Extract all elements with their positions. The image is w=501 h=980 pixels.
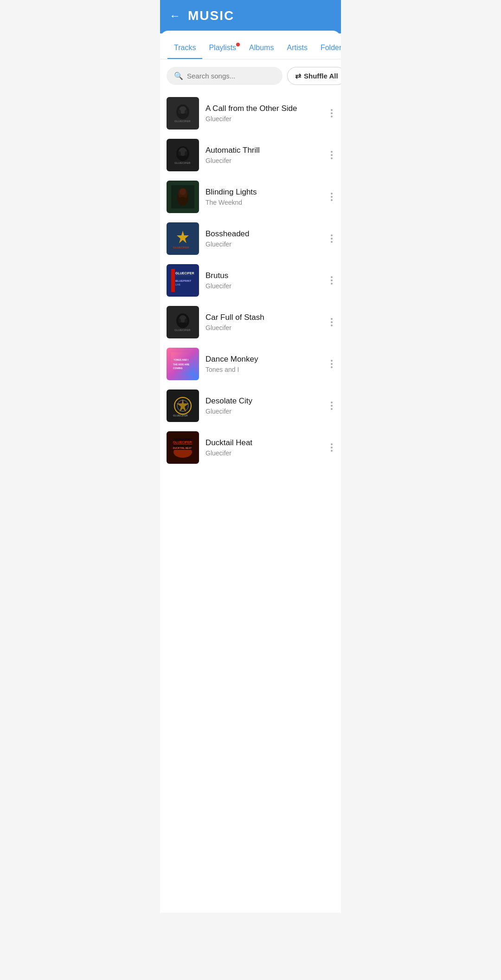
track-more-button[interactable] — [329, 273, 334, 288]
app-title: MUSIC — [188, 8, 234, 23]
track-more-button[interactable] — [329, 147, 334, 163]
svg-text:GLUECIFER: GLUECIFER — [174, 120, 191, 123]
track-more-button[interactable] — [329, 105, 334, 121]
tab-albums[interactable]: Albums — [243, 39, 280, 59]
svg-rect-21 — [171, 269, 175, 292]
track-info: Blinding Lights The Weeknd — [206, 188, 322, 206]
track-title: Desolate City — [206, 396, 322, 406]
track-title: Car Full of Stash — [206, 313, 322, 322]
svg-rect-23 — [175, 275, 193, 276]
main-content: Tracks Playlists Albums Artists Folders … — [160, 31, 341, 913]
track-list: GLUECIFER A Call from the Other Side Glu… — [160, 92, 341, 468]
track-title: A Call from the Other Side — [206, 104, 322, 113]
album-art: GLUECIFER — [167, 97, 199, 130]
shuffle-all-button[interactable]: ⇄ Shuffle All — [287, 67, 341, 85]
track-artist: Gluecifer — [206, 240, 322, 248]
svg-text:GLUECIFER: GLUECIFER — [173, 441, 192, 444]
search-icon: 🔍 — [174, 71, 183, 80]
track-artist: The Weeknd — [206, 199, 322, 206]
track-info: A Call from the Other Side Gluecifer — [206, 104, 322, 123]
track-artist: Gluecifer — [206, 282, 322, 290]
album-art: GLUECIFER DUCKTAIL HEAT — [167, 431, 199, 464]
track-artist: Gluecifer — [206, 449, 322, 457]
track-artist: Gluecifer — [206, 115, 322, 123]
track-more-button[interactable] — [329, 440, 334, 455]
svg-text:COMING: COMING — [173, 367, 183, 370]
track-more-button[interactable] — [329, 398, 334, 414]
svg-text:GLUECIFER: GLUECIFER — [174, 329, 191, 331]
tab-bar: Tracks Playlists Albums Artists Folders — [160, 31, 341, 59]
tab-playlists[interactable]: Playlists — [202, 39, 243, 59]
list-item[interactable]: GLUECIFER DUCKTAIL HEAT Ducktail Heat Gl… — [160, 427, 341, 468]
shuffle-icon: ⇄ — [295, 71, 301, 80]
list-item[interactable]: GLUECIFER Bossheaded Gluecifer — [160, 218, 341, 260]
svg-text:GLUECIFER: GLUECIFER — [174, 162, 191, 164]
list-item[interactable]: Blinding Lights The Weeknd — [160, 176, 341, 218]
svg-text:GLUECIFER: GLUECIFER — [173, 246, 189, 249]
track-artist: Gluecifer — [206, 408, 322, 415]
notification-dot — [236, 43, 240, 46]
track-info: Bossheaded Gluecifer — [206, 229, 322, 248]
track-info: Dance Monkey Tones and I — [206, 355, 322, 373]
svg-point-4 — [185, 110, 187, 114]
track-info: Ducktail Heat Gluecifer — [206, 438, 322, 457]
svg-text:TONES AND I: TONES AND I — [173, 358, 189, 361]
tab-tracks[interactable]: Tracks — [167, 39, 202, 59]
back-button[interactable]: ← — [169, 9, 180, 22]
list-item[interactable]: GLUECIFER Car Full of Stash Gluecifer — [160, 301, 341, 343]
track-info: Brutus Gluecifer — [206, 271, 322, 290]
tab-artists[interactable]: Artists — [280, 39, 314, 59]
track-title: Automatic Thrill — [206, 146, 322, 155]
svg-text:THE KIDS ARE: THE KIDS ARE — [173, 363, 190, 366]
track-more-button[interactable] — [329, 189, 334, 205]
album-art: GLUECIFER — [167, 389, 199, 422]
track-more-button[interactable] — [329, 356, 334, 372]
app-header: ← MUSIC — [160, 0, 341, 33]
track-info: Automatic Thrill Gluecifer — [206, 146, 322, 164]
svg-point-30 — [185, 318, 187, 323]
search-input[interactable] — [187, 72, 275, 80]
svg-point-29 — [178, 318, 181, 323]
svg-text:LIVE: LIVE — [175, 283, 181, 286]
album-art: GLUECIFER BLUEPRINT LIVE — [167, 264, 199, 297]
search-sort-row: 🔍 ⇄ Shuffle All — [160, 59, 341, 92]
svg-point-3 — [178, 110, 181, 114]
track-title: Blinding Lights — [206, 188, 322, 197]
track-info: Car Full of Stash Gluecifer — [206, 313, 322, 331]
track-title: Dance Monkey — [206, 355, 322, 364]
svg-text:DUCKTAIL HEAT: DUCKTAIL HEAT — [173, 447, 192, 449]
list-item[interactable]: GLUECIFER A Call from the Other Side Glu… — [160, 92, 341, 134]
album-art: GLUECIFER — [167, 139, 199, 171]
track-title: Ducktail Heat — [206, 438, 322, 448]
album-art: GLUECIFER — [167, 306, 199, 338]
track-title: Brutus — [206, 271, 322, 280]
svg-text:GLUECIFER: GLUECIFER — [175, 272, 194, 275]
track-artist: Tones and I — [206, 366, 322, 373]
svg-point-16 — [180, 188, 186, 195]
track-info: Desolate City Gluecifer — [206, 396, 322, 415]
list-item[interactable]: GLUECIFER BLUEPRINT LIVE Brutus Gluecife… — [160, 260, 341, 301]
list-item[interactable]: TONES AND I THE KIDS ARE COMING Dance Mo… — [160, 343, 341, 385]
album-art: TONES AND I THE KIDS ARE COMING — [167, 348, 199, 380]
track-title: Bossheaded — [206, 229, 322, 239]
svg-text:BLUEPRINT: BLUEPRINT — [175, 279, 192, 282]
album-art: GLUECIFER — [167, 222, 199, 255]
list-item[interactable]: GLUECIFER Automatic Thrill Gluecifer — [160, 134, 341, 176]
track-more-button[interactable] — [329, 231, 334, 247]
track-artist: Gluecifer — [206, 157, 322, 164]
search-wrapper: 🔍 — [167, 67, 283, 85]
album-art — [167, 181, 199, 213]
svg-text:GLUECIFER: GLUECIFER — [173, 414, 188, 417]
svg-point-9 — [178, 151, 181, 156]
track-artist: Gluecifer — [206, 324, 322, 331]
svg-point-10 — [185, 151, 187, 156]
track-more-button[interactable] — [329, 314, 334, 330]
tab-folders[interactable]: Folders — [314, 39, 341, 59]
list-item[interactable]: GLUECIFER Desolate City Gluecifer — [160, 385, 341, 427]
